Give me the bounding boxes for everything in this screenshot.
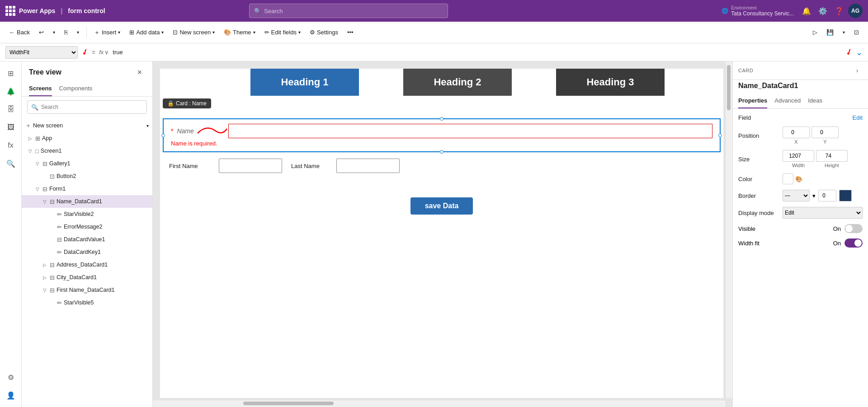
publish-button[interactable]: ⊡ [850, 27, 863, 37]
paste-dropdown[interactable]: ▾ [73, 28, 83, 37]
settings-button[interactable]: ⚙️ [816, 4, 830, 18]
toolbar-right-chevron[interactable]: ▾ [839, 28, 849, 37]
global-search-bar[interactable]: 🔍 [249, 4, 448, 18]
save-indicator[interactable]: 💾 [823, 27, 837, 37]
color-picker-icon[interactable]: 🎨 [795, 176, 802, 182]
field-edit-link[interactable]: Edit [853, 114, 863, 121]
tab-advanced[interactable]: Advanced [774, 94, 801, 108]
field-prop-row: Field Edit [738, 114, 863, 121]
edit-fields-button[interactable]: ✏ Edit fields ▾ [261, 27, 304, 37]
vertical-scroll-thumb[interactable] [727, 65, 731, 110]
account-left-icon-btn[interactable]: 👤 [3, 387, 19, 403]
tab-ideas[interactable]: Ideas [808, 94, 822, 108]
horizontal-scrollbar[interactable] [153, 400, 725, 407]
border-width-input[interactable] [818, 190, 836, 201]
settings-toolbar-icon: ⚙ [310, 29, 315, 36]
selection-handle-top[interactable] [440, 117, 443, 121]
tree-item-starvisible2[interactable]: ✏ StarVisible2 [22, 208, 152, 220]
name-data-card[interactable]: * Name Name is required. [163, 118, 721, 152]
tab-screens[interactable]: Screens [29, 81, 52, 96]
more-toolbar-button[interactable]: ••• [344, 27, 357, 37]
left-icon-bar: ⊞ 🌲 🗄 🖼 fx 🔍 ⚙ 👤 [0, 61, 22, 407]
save-data-button[interactable]: save Data [410, 197, 473, 215]
home-icon-btn[interactable]: ⊞ [3, 65, 19, 81]
border-prop-row: Border — ▾ [738, 190, 863, 201]
new-screen-button[interactable]: ⊡ New screen ▾ [169, 27, 218, 37]
position-y-input[interactable] [811, 126, 839, 138]
tree-item-screen1[interactable]: ▽ □ Screen1 [22, 145, 152, 157]
app-logo: Power Apps | form control [5, 6, 105, 16]
back-icon: ← [9, 29, 15, 36]
theme-button[interactable]: 🎨 Theme ▾ [220, 27, 259, 37]
settings-toolbar-button[interactable]: ⚙ Settings [306, 27, 342, 37]
vertical-scrollbar[interactable] [725, 61, 732, 398]
toolbar-divider-1 [86, 27, 87, 38]
tree-item-gallery1[interactable]: ▽ ⊟ Gallery1 [22, 157, 152, 170]
name-input-field[interactable] [228, 124, 712, 138]
preview-button[interactable]: ▷ [809, 27, 821, 37]
border-style-select[interactable]: — [783, 190, 810, 201]
card-tooltip: 🔒 Card : Name [163, 98, 211, 108]
property-selector[interactable]: WidthFit [5, 46, 78, 59]
tree-item-datacardkey1[interactable]: ✏ DataCardKey1 [22, 246, 152, 258]
widthfit-toggle[interactable] [844, 239, 863, 248]
firstname-input[interactable] [219, 159, 282, 173]
firstname-datacard1-item-label: First Name_DataCard1 [57, 287, 149, 293]
formula-expand[interactable]: ⌄ [856, 47, 863, 57]
tree-search-input[interactable] [41, 104, 143, 110]
tree-view-icon-btn[interactable]: 🌲 [3, 83, 19, 99]
screen1-item-icon: □ [35, 148, 39, 154]
tree-item-starvisible5[interactable]: ✏ StarVisible5 [22, 296, 152, 309]
selection-handle-bottom[interactable] [440, 150, 443, 154]
insert-button[interactable]: ＋ Insert ▾ [90, 27, 124, 38]
add-data-button[interactable]: ⊞ Add data ▾ [126, 27, 167, 37]
display-mode-select[interactable]: Edit [783, 207, 863, 219]
width-input[interactable] [783, 150, 814, 162]
media-icon-btn[interactable]: 🖼 [3, 119, 19, 136]
formula-input[interactable] [113, 46, 842, 59]
button2-item-icon: ⊡ [50, 173, 55, 180]
tree-panel-close[interactable]: ✕ [134, 67, 145, 78]
width-col: Width [783, 150, 814, 168]
undo-button[interactable]: ↩ [35, 27, 47, 37]
help-button[interactable]: ❓ [832, 4, 846, 18]
tree-item-firstname-datacard1[interactable]: ▽ ⊟ First Name_DataCard1 [22, 284, 152, 296]
search-left-icon-btn[interactable]: 🔍 [3, 155, 19, 172]
canvas-area[interactable]: Heading 1 Heading 2 Heading 3 🔒 Card : N… [153, 61, 732, 407]
visible-toggle[interactable] [844, 224, 863, 233]
border-color-swatch[interactable] [839, 190, 852, 201]
tree-item-address-datacard1[interactable]: ▷ ⊟ Address_DataCard1 [22, 258, 152, 271]
user-avatar[interactable]: AG [848, 4, 863, 18]
notification-button[interactable]: 🔔 [799, 4, 814, 18]
new-screen-plus-icon: ＋ [25, 122, 31, 130]
color-swatch[interactable] [783, 173, 793, 184]
copy-button[interactable]: ⎘ [61, 27, 71, 37]
tree-item-app[interactable]: ▷ ⊞ App [22, 132, 152, 145]
tree-item-city-datacard1[interactable]: ▷ ⊟ City_DataCard1 [22, 271, 152, 284]
height-input[interactable] [816, 150, 848, 162]
position-x-input[interactable] [783, 126, 810, 138]
form1-expand-icon: ▽ [34, 187, 41, 192]
selection-handle-right[interactable] [718, 134, 722, 137]
tree-item-form1[interactable]: ▽ ⊟ Form1 [22, 182, 152, 195]
horizontal-scroll-thumb[interactable] [243, 402, 334, 405]
lastname-input[interactable] [336, 159, 400, 173]
tab-components[interactable]: Components [59, 81, 93, 96]
new-screen-item[interactable]: ＋ New screen ▾ [22, 119, 152, 132]
data-card-inner: * Name Name is required. [164, 119, 720, 151]
selection-handle-left[interactable] [161, 134, 165, 137]
tree-item-button2[interactable]: ⊡ Button2 [22, 170, 152, 182]
tree-item-name-datacard1[interactable]: ▽ ⊟ Name_DataCard1 ••• [22, 195, 152, 208]
back-button[interactable]: ← Back [5, 27, 33, 37]
formula-icon-btn[interactable]: fx [3, 137, 19, 154]
tab-properties[interactable]: Properties [738, 94, 767, 108]
global-search-input[interactable] [264, 8, 443, 14]
tree-item-errormessage2[interactable]: ✏ ErrorMessage2 [22, 220, 152, 233]
tree-item-datacardvalue1[interactable]: ⊟ DataCardValue1 [22, 233, 152, 246]
data-icon-btn[interactable]: 🗄 [3, 101, 19, 117]
panel-collapse-button[interactable]: › [852, 65, 863, 76]
insert-icon: ＋ [94, 28, 100, 37]
theme-label: Theme [233, 29, 251, 36]
undo-dropdown[interactable]: ▾ [49, 28, 59, 37]
settings-left-icon-btn[interactable]: ⚙ [3, 369, 19, 385]
